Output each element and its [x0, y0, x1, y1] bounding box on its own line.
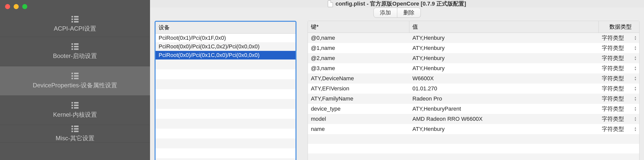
sidebar-item-deviceproperties[interactable]: DeviceProperties-设备属性设置	[0, 66, 150, 96]
device-list-item[interactable]: PciRoot(0x0)/Pci(0x1C,0x2)/Pci(0x0,0x0)	[156, 42, 295, 51]
property-key[interactable]: @1,name	[308, 44, 409, 53]
list-icon	[71, 43, 79, 50]
properties-header: 键* 值 数据类型	[308, 21, 639, 33]
device-list-item-empty	[156, 119, 295, 129]
property-row-empty	[308, 144, 639, 153]
property-value[interactable]: ATY,Henbury	[409, 125, 599, 134]
property-key[interactable]: @3,name	[308, 64, 409, 73]
property-type[interactable]: 字符类型▲▼	[599, 84, 639, 94]
property-type[interactable]: 字符类型▲▼	[599, 73, 639, 84]
property-value[interactable]: W6600X	[409, 74, 599, 83]
sidebar-item-label: DeviceProperties-设备属性设置	[33, 81, 117, 89]
sidebar-item-kernel[interactable]: Kernel-内核设置	[0, 96, 150, 125]
stepper-icon[interactable]: ▲▼	[634, 107, 637, 111]
device-list-item-empty	[156, 158, 295, 160]
sidebar-item-booter[interactable]: Booter-启动设置	[0, 37, 150, 66]
property-key[interactable]: @2,name	[308, 54, 409, 63]
property-row-empty	[308, 153, 639, 160]
device-list-header[interactable]: 设备	[156, 22, 295, 34]
col-key[interactable]: 键*	[308, 21, 409, 33]
property-type[interactable]: 字符类型▲▼	[599, 94, 639, 104]
stepper-icon[interactable]: ▲▼	[634, 56, 637, 61]
minimize-icon[interactable]	[14, 4, 19, 9]
list-icon	[71, 102, 79, 109]
list-icon	[71, 126, 79, 132]
sidebar-item-acpi[interactable]: ACPI-ACPI设置	[0, 12, 150, 37]
titlebar: config.plist - 官方原版OpenCore [0.7.9 正式版配置…	[150, 0, 644, 8]
panels: 设备 PciRoot(0x1)/Pci(0x1F,0x0)PciRoot(0x0…	[150, 18, 644, 160]
property-key[interactable]: name	[308, 125, 409, 134]
stepper-icon[interactable]: ▲▼	[634, 46, 637, 50]
stepper-icon[interactable]: ▲▼	[634, 76, 637, 81]
properties-body[interactable]: @0,nameATY,Henbury字符类型▲▼@1,nameATY,Henbu…	[308, 33, 639, 160]
device-list-item-empty	[156, 69, 295, 79]
property-key[interactable]: @0,name	[308, 33, 409, 43]
device-list-item-empty	[156, 148, 295, 158]
property-value[interactable]: AMD Radeon RRO W6600X	[409, 114, 599, 124]
property-value[interactable]: ATY,Henbury	[409, 33, 599, 43]
window-title: config.plist - 官方原版OpenCore [0.7.9 正式版配置…	[335, 0, 466, 8]
device-list-item[interactable]: PciRoot(0x0)/Pci(0x1C,0x0)/Pci(0x0,0x0)	[156, 51, 295, 59]
device-list-item-empty	[156, 138, 295, 148]
property-row[interactable]: modelAMD Radeon RRO W6600X字符类型▲▼	[308, 114, 639, 124]
property-row[interactable]: ATY,FamilyNameRadeon Pro字符类型▲▼	[308, 94, 639, 104]
stepper-icon[interactable]: ▲▼	[634, 117, 637, 121]
property-key[interactable]: ATY,DeviceName	[308, 74, 409, 83]
property-key[interactable]: model	[308, 114, 409, 124]
stepper-icon[interactable]: ▲▼	[634, 36, 637, 40]
sidebar-item-label: Kernel-内核设置	[53, 111, 97, 119]
property-type[interactable]: 字符类型▲▼	[599, 124, 639, 134]
col-type[interactable]: 数据类型	[599, 21, 639, 33]
close-icon[interactable]	[5, 4, 10, 9]
device-list-item[interactable]: PciRoot(0x1)/Pci(0x1F,0x0)	[156, 34, 295, 42]
property-value[interactable]: ATY,HenburyParent	[409, 104, 599, 113]
maximize-icon[interactable]	[22, 4, 27, 9]
device-list-item-empty	[156, 79, 295, 89]
window-controls	[0, 0, 150, 12]
sidebar-item-label: Booter-启动设置	[53, 52, 97, 60]
property-type[interactable]: 字符类型▲▼	[599, 33, 639, 43]
property-type[interactable]: 字符类型▲▼	[599, 114, 639, 124]
add-button[interactable]: 添加	[374, 8, 397, 18]
list-icon	[71, 73, 79, 79]
property-type[interactable]: 字符类型▲▼	[599, 53, 639, 63]
properties-panel: 键* 值 数据类型 @0,nameATY,Henbury字符类型▲▼@1,nam…	[308, 21, 639, 160]
device-list-item-empty	[156, 89, 295, 99]
sidebar-item-label: Misc-其它设置	[56, 134, 94, 142]
delete-button[interactable]: 删除	[397, 8, 421, 18]
property-row[interactable]: @2,nameATY,Henbury字符类型▲▼	[308, 53, 639, 63]
property-type[interactable]: 字符类型▲▼	[599, 104, 639, 114]
list-icon	[71, 16, 79, 23]
property-type[interactable]: 字符类型▲▼	[599, 43, 639, 53]
stepper-icon[interactable]: ▲▼	[634, 66, 637, 71]
property-key[interactable]: ATY,EFIVersion	[308, 84, 409, 93]
property-row[interactable]: @1,nameATY,Henbury字符类型▲▼	[308, 43, 639, 53]
sidebar: ACPI-ACPI设置 Booter-启动设置 DeviceProperties…	[0, 0, 150, 160]
property-value[interactable]: ATY,Henbury	[409, 64, 599, 73]
device-list-item-empty	[156, 109, 295, 119]
stepper-icon[interactable]: ▲▼	[634, 86, 637, 91]
property-row-empty	[308, 134, 639, 144]
property-key[interactable]: device_type	[308, 104, 409, 113]
property-row[interactable]: device_typeATY,HenburyParent字符类型▲▼	[308, 104, 639, 114]
sidebar-item-misc[interactable]: Misc-其它设置	[0, 125, 150, 143]
stepper-icon[interactable]: ▲▼	[634, 127, 637, 131]
device-list-item-empty	[156, 59, 295, 69]
property-key[interactable]: ATY,FamilyName	[308, 94, 409, 103]
property-row[interactable]: ATY,DeviceNameW6600X字符类型▲▼	[308, 73, 639, 84]
property-row[interactable]: nameATY,Henbury字符类型▲▼	[308, 124, 639, 134]
stepper-icon[interactable]: ▲▼	[634, 96, 637, 101]
col-value[interactable]: 值	[409, 21, 599, 33]
property-type[interactable]: 字符类型▲▼	[599, 63, 639, 73]
device-list-item-empty	[156, 99, 295, 109]
sidebar-item-label: ACPI-ACPI设置	[54, 25, 96, 33]
property-row[interactable]: @3,nameATY,Henbury字符类型▲▼	[308, 63, 639, 73]
property-row[interactable]: @0,nameATY,Henbury字符类型▲▼	[308, 33, 639, 43]
device-list-body[interactable]: PciRoot(0x1)/Pci(0x1F,0x0)PciRoot(0x0)/P…	[156, 34, 295, 160]
property-value[interactable]: 01.01.270	[409, 84, 599, 93]
device-list-panel: 设备 PciRoot(0x1)/Pci(0x1F,0x0)PciRoot(0x0…	[155, 21, 296, 160]
property-value[interactable]: ATY,Henbury	[409, 54, 599, 63]
property-row[interactable]: ATY,EFIVersion01.01.270字符类型▲▼	[308, 84, 639, 94]
property-value[interactable]: Radeon Pro	[409, 94, 599, 103]
property-value[interactable]: ATY,Henbury	[409, 44, 599, 53]
